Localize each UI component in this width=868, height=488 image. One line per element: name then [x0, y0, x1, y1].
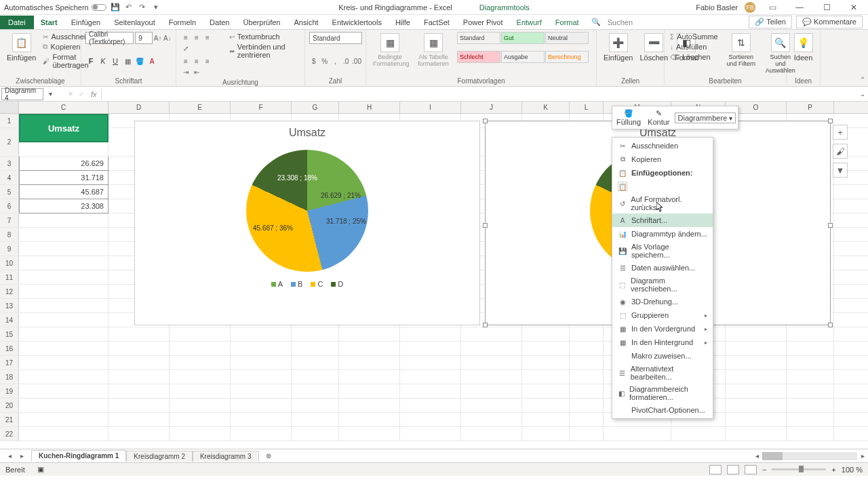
context-menu-item[interactable]: ⬚Diagramm verschieben...	[612, 274, 713, 295]
tab-formulas[interactable]: Formeln	[162, 16, 203, 29]
collapse-ribbon-icon[interactable]: ⌃	[860, 76, 865, 83]
underline-icon[interactable]: U	[110, 56, 121, 66]
row-header[interactable]: 6	[0, 199, 19, 213]
fill-color-icon[interactable]: 🪣	[134, 56, 145, 66]
row-header[interactable]: 5	[0, 185, 19, 199]
row-header[interactable]: 16	[0, 342, 19, 355]
column-header[interactable]: D	[108, 102, 170, 113]
row-header[interactable]: 1	[0, 114, 19, 127]
page-break-view-button[interactable]	[745, 465, 757, 474]
cancel-formula-icon[interactable]: ✕	[65, 89, 76, 100]
mini-outline-button[interactable]: ✎Kontur	[646, 108, 671, 127]
sheet-nav-prev-icon[interactable]: ◂	[4, 451, 15, 462]
row-header[interactable]: 19	[0, 384, 19, 398]
data-cell[interactable]: 26.629	[19, 157, 108, 171]
redo-icon[interactable]: ↷	[138, 3, 147, 12]
data-cell[interactable]: 31.718	[19, 171, 108, 185]
shrink-font-icon[interactable]: A↓	[163, 33, 172, 43]
context-menu-item[interactable]: Makro zuweisen...	[612, 349, 713, 363]
mini-fill-button[interactable]: 🪣Füllung	[614, 108, 643, 127]
qat-more-icon[interactable]: ▾	[151, 3, 161, 12]
file-tab[interactable]: Datei	[0, 16, 34, 29]
chart-styles-button[interactable]: 🖌	[833, 144, 848, 159]
sheet-tab-active[interactable]: Kuchen-Ringdiagramm 1	[31, 450, 126, 462]
column-header[interactable]: H	[339, 102, 400, 113]
chart-elements-button[interactable]: +	[833, 125, 848, 140]
expand-formula-icon[interactable]: ⌄	[857, 89, 868, 100]
tab-insert[interactable]: Einfügen	[64, 16, 107, 29]
row-header[interactable]: 15	[0, 327, 19, 341]
name-box[interactable]: Diagramm 4	[1, 88, 43, 100]
new-sheet-button[interactable]: ⊕	[263, 451, 274, 462]
context-menu-item[interactable]: ▦In den Vordergrund	[612, 322, 713, 336]
zoom-level[interactable]: 100 %	[842, 466, 863, 474]
clear-button[interactable]: ⌫ Löschen	[669, 52, 719, 62]
normal-view-button[interactable]	[709, 465, 722, 474]
column-header[interactable]: G	[292, 102, 339, 113]
close-icon[interactable]: ✕	[844, 3, 864, 12]
minimize-icon[interactable]: —	[789, 3, 810, 12]
tab-start[interactable]: Start	[34, 16, 64, 29]
page-layout-view-button[interactable]	[727, 465, 739, 474]
tab-view[interactable]: Ansicht	[287, 16, 325, 29]
share-button[interactable]: 🔗 Teilen	[749, 16, 792, 28]
hscroll-left-icon[interactable]: ◂	[751, 451, 762, 462]
tab-developer[interactable]: Entwicklertools	[326, 16, 389, 29]
row-header[interactable]: 7	[0, 214, 19, 227]
currency-icon[interactable]: $	[309, 56, 319, 66]
data-header-cell[interactable]: Umsatz	[19, 114, 108, 142]
tab-pagelayout[interactable]: Seitenlayout	[107, 16, 162, 29]
pie-chart-left[interactable]: Umsatz 26.629 ; 21% 31.718 ; 25% 45.687 …	[134, 121, 480, 325]
fx-icon[interactable]: fx	[87, 90, 101, 98]
namebox-dropdown-icon[interactable]: ▾	[45, 89, 56, 100]
save-icon[interactable]: 💾	[111, 3, 120, 12]
tab-help[interactable]: Hilfe	[389, 16, 417, 29]
column-header[interactable]: I	[400, 102, 461, 113]
fill-button[interactable]: ↓ Ausfüllen	[669, 42, 719, 52]
hscroll-right-icon[interactable]: ▸	[857, 451, 868, 462]
format-as-table-button[interactable]: ▦Als Tabelle formatieren	[414, 32, 453, 68]
tab-factset[interactable]: FactSet	[417, 16, 456, 29]
tab-review[interactable]: Überprüfen	[236, 16, 287, 29]
data-cell[interactable]: 23.308	[19, 199, 108, 214]
context-menu[interactable]: ✂Ausschneiden⧉Kopieren📋Einfügeoptionen:📋…	[612, 137, 713, 419]
macro-record-icon[interactable]: ▣	[37, 465, 44, 474]
row-header[interactable]: 12	[0, 285, 19, 298]
maximize-icon[interactable]: ☐	[816, 3, 837, 12]
search-icon[interactable]: 🔍	[591, 18, 601, 26]
column-header[interactable]: E	[170, 102, 231, 113]
comma-icon[interactable]: ,	[331, 56, 340, 66]
row-header[interactable]: 4	[0, 171, 19, 184]
row-header[interactable]: 20	[0, 399, 19, 412]
context-menu-item[interactable]: ↺Auf Formatvorl. zurücks.	[612, 193, 713, 214]
border-icon[interactable]: ▦	[122, 56, 133, 66]
sheet-tab[interactable]: Kreisdiagramm 3	[193, 451, 259, 462]
font-size-select[interactable]: 9	[135, 32, 152, 44]
chart-filters-button[interactable]: ▼	[833, 163, 848, 178]
ribbon-options-icon[interactable]: ▭	[762, 3, 783, 12]
data-cell[interactable]: 45.687	[19, 185, 108, 199]
autosave-toggle[interactable]: Automatisches Speichern	[4, 3, 106, 12]
worksheet-grid[interactable]: CDEFGHIJKLMNOP 1234567891011121314151617…	[0, 102, 868, 449]
row-header[interactable]: 21	[0, 413, 19, 426]
grow-font-icon[interactable]: A↑	[154, 33, 162, 43]
font-name-select[interactable]: Calibri (Textkörper)	[85, 32, 134, 44]
context-menu-item[interactable]: 💾Als Vorlage speichern...	[612, 241, 713, 261]
row-header[interactable]: 11	[0, 270, 19, 284]
zoom-in-button[interactable]: +	[831, 466, 835, 474]
column-header[interactable]: F	[231, 102, 292, 113]
undo-icon[interactable]: ↶	[124, 3, 134, 12]
tab-powerpivot[interactable]: Power Pivot	[456, 16, 510, 29]
context-menu-item[interactable]: 📋Einfügeoptionen:	[612, 166, 713, 180]
inc-decimal-icon[interactable]: .0	[341, 56, 351, 66]
search-label[interactable]: Suchen	[601, 16, 639, 29]
user-avatar[interactable]: FB	[745, 2, 755, 13]
tab-design[interactable]: Entwurf	[510, 16, 549, 29]
context-menu-item[interactable]: 📋	[612, 180, 713, 193]
context-menu-item[interactable]: ◧Diagrammbereich formatieren...	[612, 383, 713, 403]
column-header[interactable]: J	[461, 102, 522, 113]
context-menu-item[interactable]: 📊Diagrammtyp ändern...	[612, 227, 713, 241]
row-header[interactable]: 22	[0, 427, 19, 441]
merge-center-button[interactable]: ⬌ Verbinden und zentrieren	[228, 42, 300, 60]
tab-data[interactable]: Daten	[203, 16, 236, 29]
